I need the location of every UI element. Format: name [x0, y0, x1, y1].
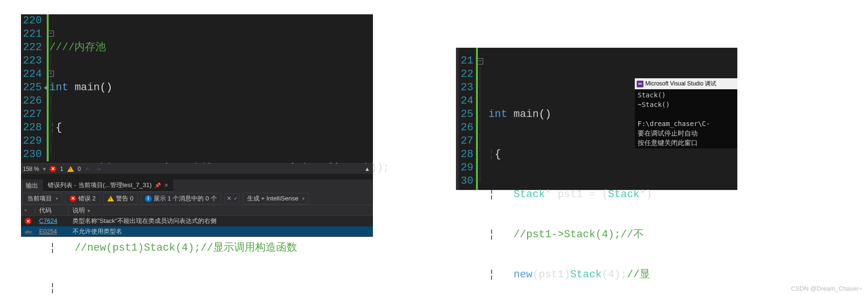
line-number: 223 — [23, 54, 42, 68]
code-line: ¦ — [47, 282, 390, 295]
line-number: 229 — [23, 135, 42, 148]
line-number-gutter: 21 22 23 24 25 26 27 28 29 30 — [459, 48, 476, 190]
col-description[interactable]: 说明 ▼ — [69, 206, 373, 215]
line-number: 26 — [461, 121, 471, 135]
line-number: 227 — [23, 108, 42, 121]
debug-console-window[interactable]: ⋈ Microsoft Visual Studio 调试 Stack() ~St… — [635, 78, 737, 148]
line-number: 30 — [461, 175, 471, 188]
output-tab[interactable]: 输出 — [21, 179, 43, 192]
code-line: ¦{ — [486, 148, 737, 161]
debug-window-titlebar[interactable]: ⋈ Microsoft Visual Studio 调试 — [635, 78, 737, 89]
code-line: ¦ Stack* pst1 = (Stack*) — [486, 188, 737, 201]
code-line: ¦ //new(pst1)Stack(4);//显示调用构造函数 — [47, 242, 390, 255]
line-number: 25 — [461, 108, 471, 121]
line-number: 27 — [461, 135, 471, 148]
watermark: CSDN @Dream_Chaser~ — [791, 285, 862, 292]
errors-filter[interactable]: ✕错误 2 — [65, 193, 100, 204]
code-text: ////内存池 — [50, 42, 106, 53]
col-icon[interactable]: ᵇ — [21, 207, 35, 214]
debug-window-title: Microsoft Visual Studio 调试 — [645, 80, 716, 88]
error-row[interactable]: ✕ C7624 类型名称"Stack"不能出现在类成员访问表达式的右侧 — [21, 216, 373, 226]
code-line: ¦ new(pst1)Stack(4);//显 — [486, 268, 737, 282]
warning-count: 0 — [78, 166, 81, 172]
messages-filter[interactable]: i展示 1 个消息中的 0 个 — [141, 193, 221, 204]
line-number: 230 — [23, 148, 42, 161]
line-number: 29 — [461, 161, 471, 175]
error-filter-bar: 当前项目▾ ✕错误 2 警告 0 i展示 1 个消息中的 0 个 ✕✓ 生成 +… — [21, 192, 373, 205]
nav-prev-icon[interactable]: ← — [84, 165, 91, 173]
col-code[interactable]: 代码 — [35, 206, 69, 215]
line-number: 228 — [23, 121, 42, 135]
warning-icon[interactable] — [67, 166, 74, 172]
pin-icon[interactable]: 📌 — [155, 182, 161, 188]
line-number: 23 — [461, 81, 471, 95]
error-code-link[interactable]: E0254 — [39, 228, 57, 235]
error-icon[interactable]: ✕ — [50, 166, 56, 172]
table-header: ᵇ 代码 说明 ▼ — [21, 205, 373, 216]
line-number: 21 — [461, 54, 471, 68]
line-number: 22 — [461, 68, 471, 81]
error-row[interactable]: abc E0254 不允许使用类型名 — [21, 226, 373, 237]
line-number: 28 — [461, 148, 471, 161]
code-line: ¦{ — [47, 121, 390, 135]
build-dropdown[interactable]: 生成 + IntelliSense▾ — [243, 193, 309, 204]
line-number: 222 — [23, 41, 42, 54]
line-number: 225 — [23, 81, 42, 95]
line-number: 226 — [23, 95, 42, 108]
line-number: 220 — [23, 14, 42, 28]
error-list-table: ᵇ 代码 说明 ▼ ✕ C7624 类型名称"Stack"不能出现在类成员访问表… — [21, 205, 373, 237]
line-number: 24 — [461, 95, 471, 108]
close-icon[interactable]: ✕ — [164, 182, 168, 188]
intellisense-error-icon: abc — [25, 230, 32, 234]
error-icon: ✕ — [25, 218, 31, 224]
code-line: int main() — [47, 81, 390, 95]
debug-console-output: Stack() ~Stack() F:\dream_chaser\C- 要在调试… — [635, 89, 737, 148]
fold-toggle-icon[interactable]: − — [477, 58, 483, 64]
error-description: 不允许使用类型名 — [69, 227, 373, 236]
warnings-filter[interactable]: 警告 0 — [103, 193, 138, 204]
bottom-panel-tabs: 输出 错误列表 - 当前项目(...管理test_7_31)📌✕ — [21, 179, 373, 192]
error-code-link[interactable]: C7624 — [39, 217, 57, 224]
fold-column: − — [476, 48, 486, 190]
nav-next-icon[interactable]: → — [95, 165, 102, 173]
error-count: 1 — [60, 166, 63, 172]
fold-guide — [480, 67, 480, 181]
error-list-tab[interactable]: 错误列表 - 当前项目(...管理test_7_31)📌✕ — [43, 179, 173, 192]
intellisense-toggle[interactable]: ✕✓ — [224, 193, 240, 203]
editor-status-bar: 158 % ▾ ✕ 1 0 ← → ▲ — [21, 163, 373, 174]
code-line: ¦ //pst1->Stack(4);//不 — [486, 228, 737, 242]
scope-dropdown[interactable]: 当前项目▾ — [23, 193, 62, 204]
line-number: 221 — [23, 28, 42, 41]
scroll-up-icon[interactable]: ▲ — [364, 166, 370, 172]
line-number: 224 — [23, 68, 42, 81]
zoom-level[interactable]: 158 % — [23, 166, 39, 172]
error-description: 类型名称"Stack"不能出现在类成员访问表达式的右侧 — [69, 217, 373, 225]
change-marker — [476, 48, 478, 190]
vs-icon: ⋈ — [637, 81, 643, 87]
